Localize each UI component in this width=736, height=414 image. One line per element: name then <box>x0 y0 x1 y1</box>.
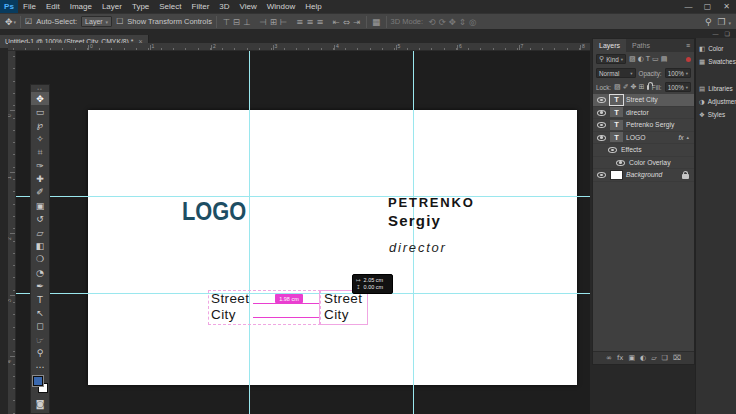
lock-transparency-icon[interactable]: ▨ <box>614 83 621 91</box>
maximize-button[interactable]: ▢ <box>698 0 717 13</box>
new-adjustment-layer-icon[interactable]: ◐ <box>640 354 646 362</box>
filter-kind-dropdown[interactable]: ⚲ Kind ▾ <box>596 54 626 64</box>
menu-item-filter[interactable]: Filter <box>187 0 215 13</box>
guide-vertical-2[interactable] <box>413 51 414 414</box>
quick-mask-icon[interactable]: ◙ <box>31 397 49 410</box>
current-tool-badge[interactable]: ✥ ▾ <box>5 17 16 27</box>
blur-tool[interactable]: ❍ <box>31 253 49 266</box>
lock-image-icon[interactable]: ✐ <box>623 83 629 91</box>
blend-mode-dropdown[interactable]: Normal ▾ <box>596 68 636 78</box>
collapse-effects-icon[interactable]: ▴ <box>686 134 691 140</box>
menu-item-file[interactable]: File <box>18 0 41 13</box>
dodge-tool[interactable]: ◔ <box>31 266 49 279</box>
canvas-logo-text[interactable]: LOGO <box>182 196 246 227</box>
add-layer-mask-icon[interactable]: ▣ <box>628 354 635 362</box>
menu-item-image[interactable]: Image <box>65 0 97 13</box>
visibility-toggle[interactable] <box>596 121 607 128</box>
opacity-dropdown[interactable]: 100% ▾ <box>665 68 691 78</box>
panel-menu-icon[interactable]: ≡ <box>686 39 694 52</box>
menu-item-layer[interactable]: Layer <box>97 0 127 13</box>
distribute-top-edges-icon[interactable]: ≡ <box>295 17 305 27</box>
menu-item-select[interactable]: Select <box>154 0 186 13</box>
canvas-name-line1[interactable]: PETRENKO <box>388 195 475 210</box>
tab-paths[interactable]: Paths <box>626 39 656 52</box>
layer-row-logo[interactable]: T LOGO fx ▴ <box>593 132 694 145</box>
move-tool[interactable]: ✥ <box>31 92 49 105</box>
distribute-left-edges-icon[interactable]: ⇤ <box>331 17 341 27</box>
workspace-switcher[interactable]: ❐ ▾ <box>718 17 731 27</box>
guide-vertical-1[interactable] <box>249 51 250 414</box>
visibility-toggle[interactable] <box>607 146 618 153</box>
canvas-name-line2[interactable]: Sergiy <box>388 212 441 229</box>
history-brush-tool[interactable]: ↺ <box>31 213 49 226</box>
layer-row-effects[interactable]: Effects <box>593 144 694 157</box>
guide-horizontal-1[interactable] <box>16 196 590 197</box>
layer-style-icon[interactable]: fx <box>617 354 624 362</box>
pasteboard[interactable]: LOGO PETRENKO Sergiy director Street Cit… <box>16 51 590 414</box>
document-canvas[interactable] <box>88 110 577 385</box>
link-layers-icon[interactable]: ∞ <box>606 354 612 362</box>
lasso-tool[interactable]: ℘ <box>31 119 49 132</box>
auto-select-dropdown[interactable]: Layer ▾ <box>81 16 112 27</box>
panel-adjustments[interactable]: ◑Adjustments <box>696 95 736 108</box>
rectangle-tool[interactable]: ◻ <box>31 320 49 333</box>
menu-item-window[interactable]: Window <box>262 0 300 13</box>
menu-item-edit[interactable]: Edit <box>41 0 65 13</box>
collapse-dock-icon[interactable]: — <box>713 30 719 38</box>
menu-item-view[interactable]: View <box>235 0 262 13</box>
panel-color[interactable]: ◧Color <box>696 42 736 55</box>
toolbar-grip[interactable]: •• <box>31 85 49 92</box>
type-tool[interactable]: T <box>31 293 49 306</box>
close-button[interactable]: ✕ <box>717 0 736 13</box>
dock-options-icon[interactable]: ❏ <box>725 30 730 38</box>
visibility-toggle[interactable] <box>615 159 626 166</box>
align-left-edges-icon[interactable]: ⊣ <box>258 17 268 27</box>
delete-layer-icon[interactable]: ⌧ <box>673 354 681 362</box>
clone-stamp-tool[interactable]: ▣ <box>31 199 49 212</box>
zoom-tool[interactable]: ⚲ <box>31 346 49 359</box>
eyedropper-tool[interactable]: ✑ <box>31 159 49 172</box>
visibility-toggle[interactable] <box>596 134 607 141</box>
panel-styles[interactable]: ❖Styles <box>696 108 736 121</box>
menu-item-3d[interactable]: 3D <box>214 0 234 13</box>
visibility-toggle[interactable] <box>596 109 607 116</box>
align-top-edges-icon[interactable]: ⊤ <box>221 17 231 27</box>
vertical-ruler[interactable]: 01234 <box>8 51 16 414</box>
canvas-role-text[interactable]: director <box>389 240 447 255</box>
edit-toolbar-button[interactable]: ⋯ <box>31 360 49 373</box>
auto-select-checkbox[interactable]: ☑ <box>25 17 32 26</box>
layer-row-background[interactable]: Background <box>593 169 694 182</box>
panel-libraries[interactable]: ▤Libraries <box>696 82 736 95</box>
filter-shape-layers-icon[interactable]: ▭ <box>652 55 659 63</box>
filter-type-layers-icon[interactable]: T <box>646 55 650 63</box>
tab-layers[interactable]: Layers <box>593 39 626 52</box>
pen-tool[interactable]: ✒ <box>31 279 49 292</box>
lock-position-icon[interactable]: ✥ <box>631 83 637 91</box>
path-selection-tool[interactable]: ↖ <box>31 306 49 319</box>
lock-all-icon[interactable] <box>647 85 649 90</box>
filter-adjustment-layers-icon[interactable]: ◐ <box>638 55 644 63</box>
quick-selection-tool[interactable]: ✧ <box>31 132 49 145</box>
new-layer-icon[interactable]: ❏ <box>662 354 668 362</box>
show-transform-checkbox[interactable]: ☐ <box>116 17 123 26</box>
layer-row-street-city[interactable]: T Street City <box>593 94 694 107</box>
crop-tool[interactable]: ⌗ <box>31 146 49 159</box>
distribute-bottom-edges-icon[interactable]: ≡ <box>315 17 325 27</box>
filter-toggle[interactable] <box>686 57 691 62</box>
align-bottom-edges-icon[interactable]: ⊥ <box>241 17 251 27</box>
rectangular-marquee-tool[interactable]: ▭ <box>31 105 49 118</box>
screen-mode-icon[interactable]: ◫ <box>31 411 49 414</box>
eraser-tool[interactable]: ▱ <box>31 226 49 239</box>
fill-dropdown[interactable]: 100% ▾ <box>665 82 691 92</box>
align-vertical-centers-icon[interactable]: ⊟ <box>231 17 241 27</box>
gradient-tool[interactable]: ◧ <box>31 239 49 252</box>
menu-item-help[interactable]: Help <box>300 0 326 13</box>
foreground-color-swatch[interactable] <box>33 376 43 386</box>
auto-align-layers-icon[interactable]: ▦ <box>371 17 382 27</box>
distribute-vertical-centers-icon[interactable]: ≡ <box>305 17 315 27</box>
brush-tool[interactable]: ✐ <box>31 186 49 199</box>
spot-healing-brush-tool[interactable]: ✚ <box>31 172 49 185</box>
new-group-icon[interactable]: ▱ <box>651 354 656 362</box>
layer-row-color-overlay[interactable]: Color Overlay <box>593 157 694 170</box>
align-horizontal-centers-icon[interactable]: ⊞ <box>268 17 278 27</box>
